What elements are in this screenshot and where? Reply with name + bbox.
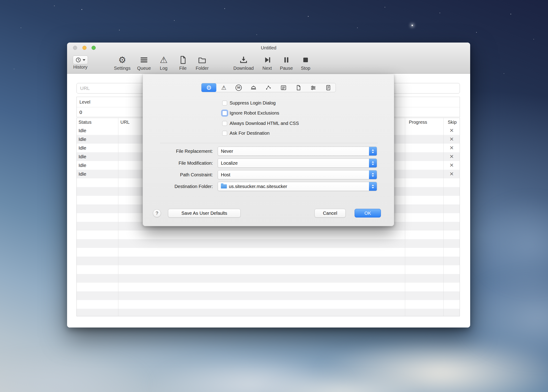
column-divider (405, 118, 405, 316)
checkbox-box[interactable] (222, 131, 227, 136)
column-header-skip: Skip (448, 118, 457, 126)
file-modification-row: File Modification: Localize (143, 159, 394, 168)
help-button[interactable]: ? (153, 209, 161, 217)
popup-stepper-icon (369, 159, 377, 168)
cloud (472, 197, 548, 293)
checkbox-ignore-robots[interactable]: Ignore Robot Exclusions (222, 109, 279, 117)
skip-icon[interactable]: × (443, 144, 460, 152)
selected-value: Localize (221, 161, 238, 166)
settings-dialog: ⚙ ⚠ 50 (143, 74, 394, 226)
checkbox-ask-destination[interactable]: Ask For Destination (222, 129, 270, 137)
file-icon (178, 55, 187, 64)
status-cell: Idle (79, 144, 86, 152)
skip-icon[interactable]: × (443, 161, 460, 169)
toolbar-label: Stop (292, 66, 319, 71)
skip-icon[interactable]: × (443, 135, 460, 143)
stop-icon (301, 55, 310, 64)
toolbar-label: History (67, 64, 94, 70)
checkbox-suppress-login[interactable]: Suppress Login Dialog (222, 99, 276, 107)
status-cell: Idle (79, 170, 86, 178)
cloud (0, 352, 149, 392)
skip-icon[interactable]: × (443, 126, 460, 134)
toolbar-label: Folder (188, 66, 216, 71)
chevron-down-icon (83, 59, 85, 61)
popup-stepper-icon (369, 147, 377, 155)
tab-errors[interactable]: ⚠ (216, 83, 231, 92)
destination-folder-row: Destination Folder: us.sitesucker.mac.si… (143, 182, 394, 191)
desktop: Untitled History ⚙ Settings Queue (0, 0, 548, 392)
history-clock-icon (75, 57, 81, 63)
checkbox-label: Always Download HTML and CSS (230, 121, 299, 126)
toolbar-label: Download (230, 66, 257, 71)
next-icon (263, 55, 272, 64)
selected-value: Never (221, 149, 233, 154)
popup-stepper-icon (369, 170, 377, 179)
toolbar-folder-button[interactable]: Folder (188, 55, 216, 71)
tab-paths[interactable] (261, 83, 276, 92)
stars (0, 0, 1, 1)
column-header-progress: Progress (409, 118, 427, 126)
gear-icon: ⚙ (118, 56, 126, 64)
checkbox-label: Ignore Robot Exclusions (230, 111, 279, 116)
selected-value: Host (221, 172, 230, 177)
path-icon (265, 85, 272, 91)
tab-limits[interactable]: 50 (231, 83, 246, 92)
destination-folder-select[interactable]: us.sitesucker.mac.sitesucker (218, 182, 377, 191)
settings-tabbar: ⚙ ⚠ 50 (201, 83, 336, 92)
document-icon (295, 85, 302, 91)
tab-webserver[interactable] (246, 83, 261, 92)
toolbar-stop-button[interactable]: Stop (292, 55, 319, 71)
status-cell: Idle (79, 126, 86, 135)
download-icon (239, 55, 248, 64)
column-header-url: URL (120, 118, 130, 126)
queue-icon (139, 55, 149, 64)
dome-icon (250, 85, 257, 91)
tab-file-types[interactable] (291, 83, 306, 92)
warning-icon: ⚠ (221, 85, 226, 91)
divider (160, 143, 378, 143)
checkbox-label: Suppress Login Dialog (230, 100, 276, 106)
checkbox-box[interactable] (222, 111, 227, 115)
toolbar-download-button[interactable]: Download (230, 55, 257, 71)
skip-icon[interactable]: × (443, 170, 460, 178)
folder-icon (198, 55, 207, 64)
folder-icon (221, 184, 227, 189)
field-label: File Replacement: (152, 147, 213, 156)
popup-stepper-icon (369, 182, 377, 191)
file-modification-select[interactable]: Localize (218, 159, 377, 168)
sliders-icon (310, 85, 316, 91)
speed-limit-icon: 50 (236, 85, 242, 91)
list-icon (281, 85, 287, 91)
cancel-button[interactable]: Cancel (315, 209, 346, 217)
script-icon (325, 85, 331, 91)
tab-log-settings[interactable] (321, 83, 336, 92)
column-divider (118, 118, 118, 316)
tab-forms[interactable] (276, 83, 291, 92)
checkbox-box[interactable] (222, 121, 227, 126)
tab-advanced[interactable] (306, 83, 321, 92)
status-cell: Idle (79, 152, 86, 161)
history-button[interactable] (73, 56, 88, 64)
ok-button[interactable]: OK (354, 209, 381, 217)
file-replacement-row: File Replacement: Never (143, 147, 394, 156)
gear-icon: ⚙ (206, 85, 211, 91)
field-label: Destination Folder: (152, 182, 213, 191)
checkbox-always-download[interactable]: Always Download HTML and CSS (222, 119, 299, 127)
path-constraint-select[interactable]: Host (218, 170, 377, 179)
save-as-user-defaults-button[interactable]: Save As User Defaults (168, 209, 241, 217)
checkbox-box[interactable] (222, 101, 227, 105)
skip-icon[interactable]: × (443, 152, 460, 161)
tab-general[interactable]: ⚙ (202, 83, 216, 92)
field-label: File Modification: (152, 159, 213, 168)
help-label: ? (156, 211, 158, 216)
pause-icon (282, 55, 291, 64)
checkbox-label: Ask For Destination (230, 131, 270, 136)
field-label: Path Constraint: (152, 170, 213, 179)
window-chrome: Untitled History ⚙ Settings Queue (67, 42, 470, 74)
status-cell: Idle (79, 161, 86, 170)
path-constraint-row: Path Constraint: Host (143, 170, 394, 179)
window-title: Untitled (67, 45, 470, 50)
file-replacement-select[interactable]: Never (218, 147, 377, 156)
toolbar-history: History (67, 55, 94, 70)
column-header-status: Status (79, 118, 92, 126)
